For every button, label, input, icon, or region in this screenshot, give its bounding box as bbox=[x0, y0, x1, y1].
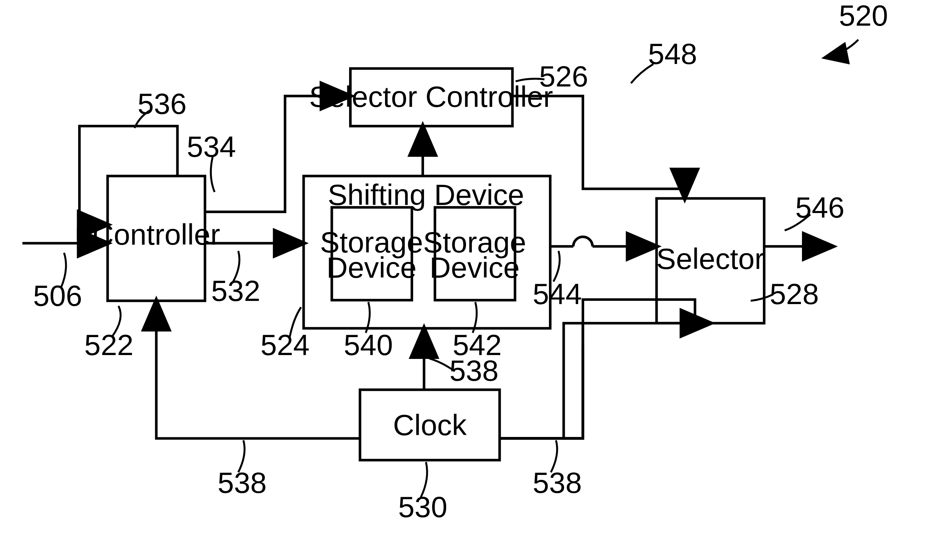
ref-542: 542 bbox=[452, 328, 502, 362]
storage-device-a-label-2: Device bbox=[327, 251, 417, 284]
ref-520: 520 bbox=[839, 0, 888, 32]
ref-524: 524 bbox=[260, 328, 310, 362]
ref-544: 544 bbox=[533, 277, 582, 311]
ref-540: 540 bbox=[344, 328, 393, 362]
clock-label: Clock bbox=[393, 408, 466, 442]
ref-548: 548 bbox=[648, 37, 697, 70]
ref-538-right: 538 bbox=[533, 466, 582, 499]
ref-538-left: 538 bbox=[218, 466, 267, 499]
ref-536: 536 bbox=[137, 87, 187, 120]
wire-538-right-v bbox=[500, 323, 583, 438]
wire-538-right-main bbox=[500, 323, 710, 438]
ref-530: 530 bbox=[398, 491, 448, 523]
ref-526: 526 bbox=[539, 60, 588, 93]
diagram-svg: Controller Selector Controller Shifting … bbox=[0, 0, 948, 560]
ref-546: 546 bbox=[795, 191, 845, 224]
selector-label: Selector bbox=[656, 242, 764, 275]
lead-520 bbox=[825, 40, 858, 58]
controller-label: Controller bbox=[93, 218, 220, 251]
storage-device-b-label-2: Device bbox=[430, 251, 520, 284]
ref-522: 522 bbox=[85, 328, 134, 362]
ref-532: 532 bbox=[211, 274, 260, 307]
wire-538-right-seg1 bbox=[500, 346, 583, 438]
ref-528: 528 bbox=[770, 277, 819, 311]
ref-534: 534 bbox=[187, 130, 236, 163]
diagram-wrapper: Controller Selector Controller Shifting … bbox=[0, 0, 948, 560]
wire-538-right-group bbox=[500, 323, 583, 438]
wire-544-hop bbox=[573, 237, 593, 246]
ref-506: 506 bbox=[33, 279, 82, 312]
